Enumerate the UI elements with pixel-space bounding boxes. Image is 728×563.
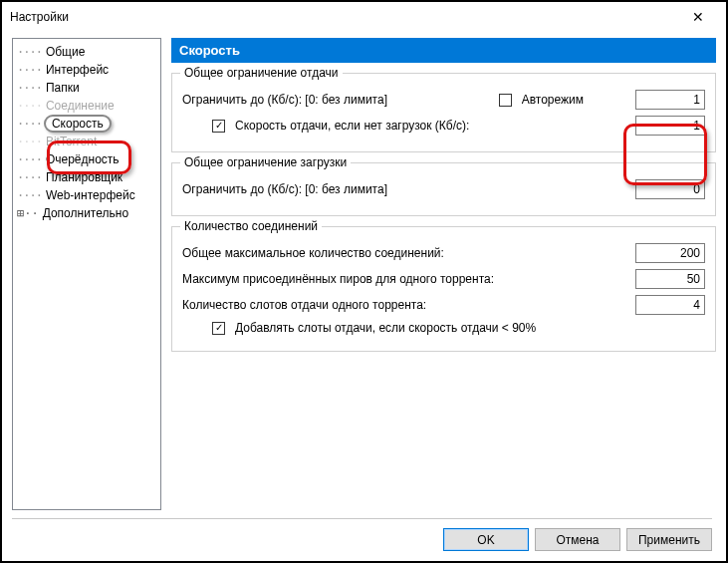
max-conn-label: Общее максимальное количество соединений… (182, 246, 444, 260)
settings-content: Скорость Общее ограничение отдачи Ограни… (171, 38, 716, 510)
settings-dialog: Настройки ✕ ····Общие ····Интерфейс ····… (0, 0, 728, 563)
tree-item-advanced[interactable]: ⊞··Дополнительно (15, 204, 158, 222)
alt-upload-label: Скорость отдачи, если нет загрузок (Кб/с… (235, 119, 469, 133)
auto-label: Авторежим (522, 93, 584, 107)
alt-upload-checkbox[interactable] (212, 120, 225, 133)
footer-separator (12, 518, 712, 519)
peers-input[interactable] (635, 269, 705, 289)
apply-button[interactable]: Применить (626, 528, 712, 551)
ok-button[interactable]: OK (443, 528, 529, 551)
alt-upload-input[interactable] (635, 116, 705, 136)
tree-item-queue[interactable]: ····Очерёдность (15, 150, 158, 168)
addslots-checkbox[interactable] (212, 322, 225, 335)
download-limit-input[interactable] (635, 179, 705, 199)
group-download-legend: Общее ограничение загрузки (180, 155, 351, 169)
titlebar: Настройки ✕ (2, 2, 726, 32)
upload-limit-input[interactable] (635, 90, 705, 110)
dialog-buttons: OK Отмена Применить (443, 528, 712, 551)
slots-label: Количество слотов отдачи одного торрента… (182, 298, 426, 312)
addslots-label: Добавлять слоты отдачи, если скорость от… (235, 321, 536, 335)
tree-item-interface[interactable]: ····Интерфейс (15, 61, 158, 79)
group-upload: Общее ограничение отдачи Ограничить до (… (171, 73, 716, 152)
upload-limit-label: Ограничить до (Кб/с): [0: без лимита] (182, 93, 387, 107)
cancel-button[interactable]: Отмена (535, 528, 620, 551)
peers-label: Максимум присоединённых пиров для одного… (182, 272, 494, 286)
max-conn-input[interactable] (635, 243, 705, 263)
nav-tree[interactable]: ····Общие ····Интерфейс ····Папки ····Со… (12, 38, 161, 510)
tree-item-scheduler[interactable]: ····Планировщик (15, 168, 158, 186)
group-connections-legend: Количество соединений (180, 219, 322, 233)
group-upload-legend: Общее ограничение отдачи (180, 66, 343, 80)
slots-input[interactable] (635, 295, 705, 315)
group-download: Общее ограничение загрузки Ограничить до… (171, 162, 716, 216)
tree-item-folders[interactable]: ····Папки (15, 79, 158, 97)
tree-item-bittorrent[interactable]: ····BitTorrent (15, 133, 158, 150)
auto-checkbox[interactable] (499, 94, 512, 107)
tree-item-general[interactable]: ····Общие (15, 43, 158, 61)
tree-item-connection[interactable]: ····Соединение (15, 97, 158, 115)
page-title: Скорость (171, 38, 716, 63)
window-title: Настройки (10, 10, 678, 24)
group-connections: Количество соединений Общее максимальное… (171, 226, 716, 352)
close-icon[interactable]: ✕ (678, 9, 718, 25)
tree-item-webui[interactable]: ····Web-интерфейс (15, 186, 158, 204)
download-limit-label: Ограничить до (Кб/с): [0: без лимита] (182, 182, 387, 196)
tree-item-speed[interactable]: ····Скорость (15, 115, 158, 133)
